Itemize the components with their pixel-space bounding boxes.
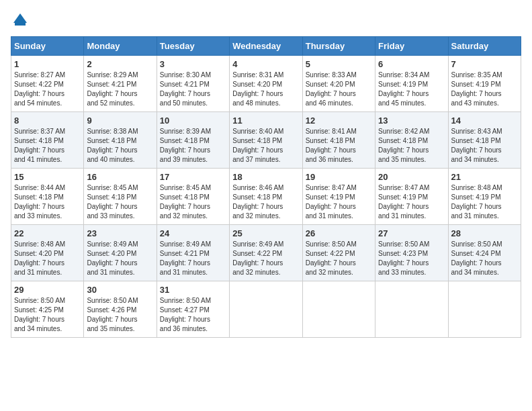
day-number: 16 (87, 172, 153, 182)
calendar-cell: 15 Sunrise: 8:44 AMSunset: 4:18 PMDaylig… (11, 169, 84, 225)
day-number: 1 (14, 59, 81, 69)
calendar-cell (230, 281, 302, 338)
calendar-cell: 25 Sunrise: 8:49 AMSunset: 4:22 PMDaylig… (230, 225, 302, 281)
calendar-table: SundayMondayTuesdayWednesdayThursdayFrid… (11, 36, 521, 338)
day-info: Sunrise: 8:50 AMSunset: 4:25 PMDaylight:… (14, 297, 65, 332)
day-number: 11 (232, 116, 299, 126)
calendar-cell: 10 Sunrise: 8:39 AMSunset: 4:18 PMDaylig… (157, 112, 229, 169)
day-info: Sunrise: 8:34 AMSunset: 4:19 PMDaylight:… (378, 71, 429, 107)
day-number: 23 (87, 228, 153, 238)
day-number: 4 (232, 59, 299, 69)
day-info: Sunrise: 8:27 AMSunset: 4:22 PMDaylight:… (14, 71, 65, 107)
day-info: Sunrise: 8:46 AMSunset: 4:18 PMDaylight:… (232, 184, 283, 220)
calendar-cell: 9 Sunrise: 8:38 AMSunset: 4:18 PMDayligh… (84, 112, 157, 169)
calendar-week-row: 8 Sunrise: 8:37 AMSunset: 4:18 PMDayligh… (11, 112, 521, 169)
calendar-week-row: 15 Sunrise: 8:44 AMSunset: 4:18 PMDaylig… (11, 169, 521, 225)
day-number: 24 (160, 228, 226, 238)
day-number: 12 (306, 116, 372, 126)
calendar-week-row: 1 Sunrise: 8:27 AMSunset: 4:22 PMDayligh… (11, 56, 521, 112)
day-info: Sunrise: 8:45 AMSunset: 4:18 PMDaylight:… (87, 184, 138, 220)
calendar-cell: 28 Sunrise: 8:50 AMSunset: 4:24 PMDaylig… (448, 225, 521, 281)
calendar-cell: 17 Sunrise: 8:45 AMSunset: 4:18 PMDaylig… (157, 169, 229, 225)
calendar-cell: 31 Sunrise: 8:50 AMSunset: 4:27 PMDaylig… (157, 281, 229, 338)
day-info: Sunrise: 8:43 AMSunset: 4:18 PMDaylight:… (451, 128, 502, 163)
calendar-cell: 3 Sunrise: 8:30 AMSunset: 4:21 PMDayligh… (157, 56, 229, 112)
day-info: Sunrise: 8:50 AMSunset: 4:27 PMDaylight:… (160, 297, 211, 332)
day-info: Sunrise: 8:50 AMSunset: 4:23 PMDaylight:… (378, 240, 429, 276)
day-number: 3 (160, 59, 226, 69)
calendar-cell: 27 Sunrise: 8:50 AMSunset: 4:23 PMDaylig… (375, 225, 448, 281)
day-number: 17 (160, 172, 226, 182)
day-number: 6 (378, 59, 445, 69)
logo (11, 11, 32, 30)
calendar-cell: 13 Sunrise: 8:42 AMSunset: 4:18 PMDaylig… (375, 112, 448, 169)
day-number: 27 (378, 228, 445, 238)
day-number: 10 (160, 116, 226, 126)
calendar-cell: 14 Sunrise: 8:43 AMSunset: 4:18 PMDaylig… (448, 112, 521, 169)
calendar-week-row: 22 Sunrise: 8:48 AMSunset: 4:20 PMDaylig… (11, 225, 521, 281)
day-number: 9 (87, 116, 153, 126)
calendar-cell: 20 Sunrise: 8:47 AMSunset: 4:19 PMDaylig… (375, 169, 448, 225)
calendar-cell (302, 281, 375, 338)
calendar-cell: 23 Sunrise: 8:49 AMSunset: 4:20 PMDaylig… (84, 225, 157, 281)
calendar-week-row: 29 Sunrise: 8:50 AMSunset: 4:25 PMDaylig… (11, 281, 521, 338)
day-info: Sunrise: 8:38 AMSunset: 4:18 PMDaylight:… (87, 128, 138, 163)
day-info: Sunrise: 8:37 AMSunset: 4:18 PMDaylight:… (14, 128, 65, 163)
day-number: 14 (451, 116, 518, 126)
calendar-header-thursday: Thursday (302, 37, 375, 56)
day-info: Sunrise: 8:47 AMSunset: 4:19 PMDaylight:… (306, 184, 357, 220)
svg-rect-2 (15, 23, 26, 26)
day-info: Sunrise: 8:49 AMSunset: 4:20 PMDaylight:… (87, 240, 138, 276)
day-number: 30 (87, 285, 153, 295)
calendar-cell: 24 Sunrise: 8:49 AMSunset: 4:21 PMDaylig… (157, 225, 229, 281)
day-info: Sunrise: 8:30 AMSunset: 4:21 PMDaylight:… (160, 71, 211, 107)
day-number: 20 (378, 172, 445, 182)
day-number: 25 (232, 228, 299, 238)
day-number: 19 (306, 172, 372, 182)
day-number: 31 (160, 285, 226, 295)
day-info: Sunrise: 8:48 AMSunset: 4:19 PMDaylight:… (451, 184, 502, 220)
day-number: 28 (451, 228, 518, 238)
calendar-cell: 5 Sunrise: 8:33 AMSunset: 4:20 PMDayligh… (302, 56, 375, 112)
day-info: Sunrise: 8:40 AMSunset: 4:18 PMDaylight:… (232, 128, 283, 163)
calendar-cell: 19 Sunrise: 8:47 AMSunset: 4:19 PMDaylig… (302, 169, 375, 225)
calendar-cell: 26 Sunrise: 8:50 AMSunset: 4:22 PMDaylig… (302, 225, 375, 281)
day-info: Sunrise: 8:49 AMSunset: 4:22 PMDaylight:… (232, 240, 283, 276)
calendar-cell: 29 Sunrise: 8:50 AMSunset: 4:25 PMDaylig… (11, 281, 84, 338)
day-info: Sunrise: 8:45 AMSunset: 4:18 PMDaylight:… (160, 184, 211, 220)
day-info: Sunrise: 8:29 AMSunset: 4:21 PMDaylight:… (87, 71, 138, 107)
calendar-cell: 4 Sunrise: 8:31 AMSunset: 4:20 PMDayligh… (230, 56, 302, 112)
day-info: Sunrise: 8:42 AMSunset: 4:18 PMDaylight:… (378, 128, 429, 163)
day-info: Sunrise: 8:33 AMSunset: 4:20 PMDaylight:… (306, 71, 357, 107)
day-info: Sunrise: 8:50 AMSunset: 4:26 PMDaylight:… (87, 297, 138, 332)
day-number: 26 (306, 228, 372, 238)
day-number: 21 (451, 172, 518, 182)
day-number: 2 (87, 59, 153, 69)
calendar-header-wednesday: Wednesday (230, 37, 302, 56)
day-number: 5 (306, 59, 372, 69)
calendar-cell: 18 Sunrise: 8:46 AMSunset: 4:18 PMDaylig… (230, 169, 302, 225)
calendar-cell: 16 Sunrise: 8:45 AMSunset: 4:18 PMDaylig… (84, 169, 157, 225)
calendar-cell (375, 281, 448, 338)
page-header (11, 11, 521, 30)
calendar-header-saturday: Saturday (448, 37, 521, 56)
day-info: Sunrise: 8:44 AMSunset: 4:18 PMDaylight:… (14, 184, 65, 220)
calendar-cell: 11 Sunrise: 8:40 AMSunset: 4:18 PMDaylig… (230, 112, 302, 169)
day-number: 29 (14, 285, 81, 295)
calendar-cell: 8 Sunrise: 8:37 AMSunset: 4:18 PMDayligh… (11, 112, 84, 169)
calendar-cell: 22 Sunrise: 8:48 AMSunset: 4:20 PMDaylig… (11, 225, 84, 281)
calendar-cell: 7 Sunrise: 8:35 AMSunset: 4:19 PMDayligh… (448, 56, 521, 112)
calendar-cell: 1 Sunrise: 8:27 AMSunset: 4:22 PMDayligh… (11, 56, 84, 112)
calendar-cell (448, 281, 521, 338)
calendar-header-monday: Monday (84, 37, 157, 56)
calendar-cell: 12 Sunrise: 8:41 AMSunset: 4:18 PMDaylig… (302, 112, 375, 169)
day-info: Sunrise: 8:39 AMSunset: 4:18 PMDaylight:… (160, 128, 211, 163)
day-info: Sunrise: 8:31 AMSunset: 4:20 PMDaylight:… (232, 71, 283, 107)
day-info: Sunrise: 8:41 AMSunset: 4:18 PMDaylight:… (306, 128, 357, 163)
day-number: 15 (14, 172, 81, 182)
day-number: 7 (451, 59, 518, 69)
day-info: Sunrise: 8:50 AMSunset: 4:24 PMDaylight:… (451, 240, 502, 276)
day-info: Sunrise: 8:35 AMSunset: 4:19 PMDaylight:… (451, 71, 502, 107)
calendar-header-tuesday: Tuesday (157, 37, 229, 56)
day-info: Sunrise: 8:47 AMSunset: 4:19 PMDaylight:… (378, 184, 429, 220)
